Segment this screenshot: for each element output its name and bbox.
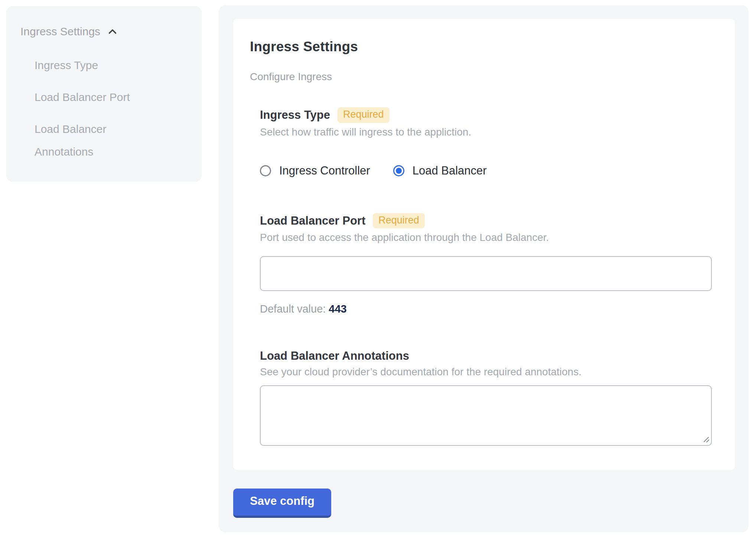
radio-unchecked-icon[interactable] [260, 165, 271, 176]
sidebar-section-toggle[interactable]: Ingress Settings [20, 25, 187, 38]
page-title: Ingress Settings [250, 39, 712, 55]
radio-checked-icon[interactable] [393, 165, 404, 176]
required-badge: Required [338, 107, 390, 123]
ingress-type-title: Ingress Type [260, 108, 330, 122]
default-value-helper: Default value:443 [260, 303, 712, 315]
ingress-type-description: Select how traffic will ingress to the a… [260, 126, 712, 138]
chevron-up-icon [106, 25, 119, 38]
ingress-settings-card: Ingress Settings Configure Ingress Ingre… [233, 19, 735, 470]
radio-label-load-balancer: Load Balancer [413, 164, 487, 177]
radio-option-ingress-controller[interactable]: Ingress Controller [260, 164, 370, 177]
required-badge: Required [373, 213, 425, 229]
sidebar-item-load-balancer-annotations[interactable]: Load Balancer Annotations [35, 118, 161, 163]
page-subtitle: Configure Ingress [250, 71, 712, 83]
sidebar-item-load-balancer-port[interactable]: Load Balancer Port [35, 86, 161, 108]
radio-label-ingress-controller: Ingress Controller [279, 164, 370, 177]
save-config-button[interactable]: Save config [233, 489, 331, 518]
default-value: 443 [329, 303, 346, 315]
sidebar-section-label: Ingress Settings [20, 25, 100, 38]
section-ingress-type: Ingress Type Required Select how traffic… [260, 107, 712, 177]
load-balancer-port-title: Load Balancer Port [260, 214, 365, 228]
sidebar-item-ingress-type[interactable]: Ingress Type [35, 54, 161, 76]
textarea-resize-handle-icon[interactable] [703, 436, 710, 443]
ingress-type-radio-group: Ingress Controller Load Balancer [260, 164, 712, 177]
load-balancer-port-input[interactable] [260, 256, 712, 291]
load-balancer-annotations-description: See your cloud provider’s documentation … [260, 366, 712, 378]
load-balancer-annotations-textarea[interactable] [260, 385, 712, 446]
section-load-balancer-annotations: Load Balancer Annotations See your cloud… [260, 349, 712, 446]
page: Ingress Settings Ingress Type Load Balan… [0, 0, 756, 539]
main-panel: Ingress Settings Configure Ingress Ingre… [219, 5, 749, 532]
section-load-balancer-port: Load Balancer Port Required Port used to… [260, 213, 712, 316]
settings-sidebar: Ingress Settings Ingress Type Load Balan… [6, 6, 202, 182]
load-balancer-port-description: Port used to access the application thro… [260, 232, 712, 244]
sidebar-nav: Ingress Type Load Balancer Port Load Bal… [20, 54, 187, 163]
default-value-label: Default value: [260, 303, 326, 315]
radio-option-load-balancer[interactable]: Load Balancer [393, 164, 487, 177]
load-balancer-annotations-title: Load Balancer Annotations [260, 349, 409, 363]
